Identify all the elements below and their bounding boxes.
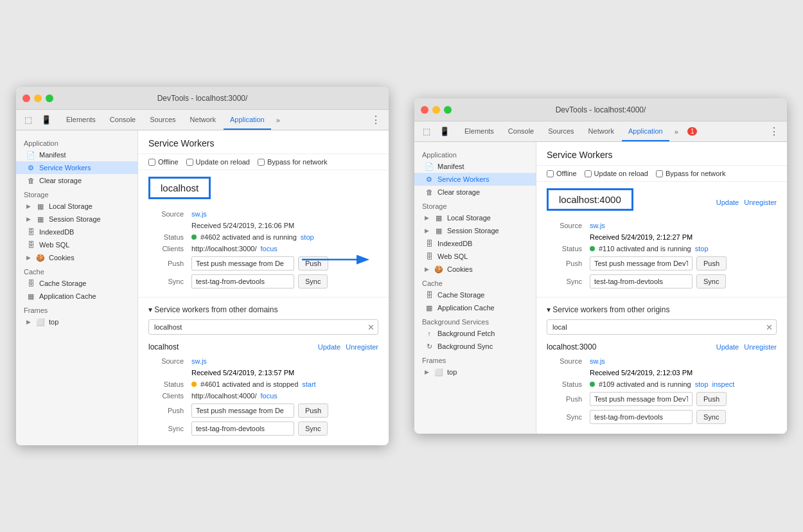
- tab-network[interactable]: Network: [184, 110, 222, 130]
- other-sw-start-link[interactable]: start: [302, 380, 315, 388]
- right-other-sw-stop-link[interactable]: stop: [695, 380, 709, 388]
- right-sw-stop-link[interactable]: stop: [695, 245, 709, 253]
- maximize-button[interactable]: [46, 94, 53, 102]
- clear-storage-icon: 🗑: [26, 176, 35, 185]
- right-inspector-icon[interactable]: ⬚: [419, 125, 434, 139]
- right-sidebar-cookies[interactable]: ▶ 🍪 Cookies: [414, 263, 536, 276]
- right-offline-checkbox[interactable]: [547, 170, 554, 177]
- right-sidebar-manifest[interactable]: 📄 Manifest: [414, 160, 536, 173]
- tab-application[interactable]: Application: [224, 110, 271, 130]
- right-tab-menu-button[interactable]: ⋮: [764, 121, 784, 141]
- right-sidebar-local-storage[interactable]: ▶ ▦ Local Storage: [414, 211, 536, 224]
- update-on-reload-checkbox[interactable]: [186, 159, 193, 166]
- right-mobile-icon[interactable]: 📱: [437, 125, 452, 139]
- right-sidebar-cache-storage[interactable]: 🗄 Cache Storage: [414, 288, 536, 301]
- offline-option[interactable]: Offline: [148, 158, 179, 166]
- right-tab-console[interactable]: Console: [502, 121, 540, 141]
- right-search-clear-icon[interactable]: ✕: [766, 323, 773, 332]
- tab-sources[interactable]: Sources: [143, 110, 182, 130]
- bypass-network-checkbox[interactable]: [258, 159, 265, 166]
- right-unregister-link[interactable]: Unregister: [744, 199, 777, 206]
- right-sidebar-frames-top[interactable]: ▶ ⬜ top: [414, 366, 536, 378]
- right-sidebar-websql[interactable]: 🗄 Web SQL: [414, 250, 536, 263]
- close-button[interactable]: [22, 94, 30, 102]
- search-input[interactable]: [148, 319, 378, 335]
- sw-focus-link[interactable]: focus: [261, 245, 278, 253]
- right-sidebar-clear-storage[interactable]: 🗑 Clear storage: [414, 186, 536, 199]
- other-sw-push-button[interactable]: Push: [298, 403, 328, 418]
- right-tab-network[interactable]: Network: [582, 121, 621, 141]
- update-on-reload-option[interactable]: Update on reload: [186, 158, 250, 166]
- right-other-sw-sync-button[interactable]: Sync: [696, 410, 726, 424]
- sidebar-local-storage[interactable]: ▶ ▦ Local Storage: [16, 200, 137, 213]
- right-tab-application[interactable]: Application: [622, 121, 669, 141]
- sidebar-cache-storage[interactable]: 🗄 Cache Storage: [16, 277, 137, 290]
- right-tab-more[interactable]: »: [671, 121, 682, 141]
- right-update-link[interactable]: Update: [716, 199, 739, 206]
- sw-push-input[interactable]: [191, 256, 294, 270]
- sidebar-service-workers[interactable]: ⚙ Service Workers: [16, 161, 137, 174]
- sw-sync-input[interactable]: [191, 274, 294, 288]
- right-sidebar-service-workers[interactable]: ⚙ Service Workers: [414, 173, 536, 186]
- main-sw-entry: localhost Source sw.js Received 5/24/201…: [138, 170, 389, 297]
- sidebar-app-cache[interactable]: ▦ Application Cache: [16, 290, 137, 303]
- right-sw-sync-input[interactable]: [590, 274, 693, 288]
- right-sw-push-input[interactable]: [590, 256, 693, 270]
- sidebar-session-storage[interactable]: ▶ ▦ Session Storage: [16, 213, 137, 226]
- right-other-sw-update-link[interactable]: Update: [716, 343, 739, 351]
- other-sw-unregister-link[interactable]: Unregister: [346, 343, 378, 351]
- other-sw-focus-link[interactable]: focus: [261, 392, 278, 400]
- minimize-button[interactable]: [34, 94, 42, 102]
- right-other-sw-sync-input[interactable]: [590, 410, 693, 424]
- tab-console[interactable]: Console: [103, 110, 142, 130]
- other-sw-sync-button[interactable]: Sync: [298, 421, 328, 436]
- sw-stop-link[interactable]: stop: [301, 233, 314, 241]
- right-other-sw-push-input[interactable]: [590, 392, 693, 406]
- mobile-icon[interactable]: 📱: [39, 113, 53, 127]
- sidebar-websql[interactable]: 🗄 Web SQL: [16, 238, 137, 251]
- right-sidebar-indexeddb[interactable]: 🗄 IndexedDB: [414, 237, 536, 250]
- sw-sync-button[interactable]: Sync: [298, 274, 328, 288]
- right-other-sw-source-link[interactable]: sw.js: [590, 357, 605, 365]
- right-update-on-reload-checkbox[interactable]: [585, 170, 592, 177]
- right-close-button[interactable]: [421, 106, 428, 114]
- right-minimize-button[interactable]: [432, 106, 440, 114]
- tab-elements[interactable]: Elements: [60, 110, 102, 130]
- sw-host-highlight: localhost: [148, 177, 211, 199]
- search-clear-icon[interactable]: ✕: [367, 323, 375, 332]
- right-sidebar-session-storage[interactable]: ▶ ▦ Session Storage: [414, 224, 536, 237]
- right-other-sw-push-button[interactable]: Push: [696, 392, 727, 406]
- sw-push-button[interactable]: Push: [298, 256, 328, 270]
- other-sw-update-link[interactable]: Update: [318, 343, 340, 351]
- right-maximize-button[interactable]: [444, 106, 452, 114]
- right-bypass-network-option[interactable]: Bypass for network: [656, 170, 726, 177]
- bypass-network-option[interactable]: Bypass for network: [258, 158, 328, 166]
- right-sw-sync-button[interactable]: Sync: [696, 274, 726, 288]
- right-offline-option[interactable]: Offline: [547, 170, 577, 177]
- right-other-sw-inspect-link[interactable]: inspect: [712, 380, 735, 388]
- sidebar-clear-storage[interactable]: 🗑 Clear storage: [16, 174, 137, 187]
- tab-more[interactable]: »: [272, 110, 284, 130]
- other-sw-sync-input[interactable]: [191, 421, 294, 436]
- sw-source-link[interactable]: sw.js: [191, 210, 207, 218]
- sidebar-frames-top[interactable]: ▶ ⬜ top: [16, 315, 137, 328]
- sidebar-cookies[interactable]: ▶ 🍪 Cookies: [16, 251, 137, 264]
- right-sidebar-app-cache[interactable]: ▦ Application Cache: [414, 301, 536, 314]
- right-search-input[interactable]: [547, 319, 777, 335]
- right-sw-push-button[interactable]: Push: [696, 256, 727, 270]
- right-update-on-reload-option[interactable]: Update on reload: [585, 170, 648, 177]
- right-sidebar-bg-fetch[interactable]: ↑ Background Fetch: [414, 327, 536, 340]
- offline-checkbox[interactable]: [148, 159, 155, 166]
- inspector-icon[interactable]: ⬚: [21, 113, 35, 127]
- right-sidebar-bg-sync[interactable]: ↻ Background Sync: [414, 340, 536, 353]
- sidebar-indexeddb[interactable]: 🗄 IndexedDB: [16, 226, 137, 238]
- right-other-sw-unregister-link[interactable]: Unregister: [744, 343, 777, 351]
- sidebar-manifest[interactable]: 📄 Manifest: [16, 148, 137, 161]
- right-tab-sources[interactable]: Sources: [542, 121, 580, 141]
- tab-menu-button[interactable]: ⋮: [366, 110, 386, 130]
- right-sw-source-link[interactable]: sw.js: [590, 222, 605, 229]
- other-sw-push-input[interactable]: [191, 403, 294, 418]
- other-sw-source-link[interactable]: sw.js: [191, 357, 207, 365]
- right-tab-elements[interactable]: Elements: [458, 121, 500, 141]
- right-bypass-network-checkbox[interactable]: [656, 170, 663, 177]
